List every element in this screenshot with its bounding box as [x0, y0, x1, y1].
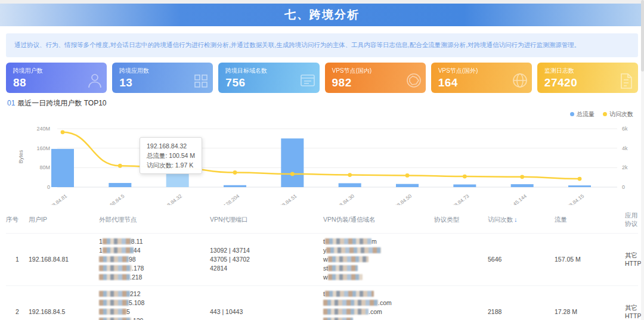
- col-header-8: 流量: [555, 216, 625, 224]
- page-title: 七、跨境分析: [284, 7, 360, 23]
- tooltip-visits: 访问次数: 1.97 K: [147, 160, 195, 170]
- col-header-6: 协议类型: [434, 216, 488, 224]
- line-point-192.168.45.144[interactable]: [520, 175, 524, 179]
- user-icon: [86, 72, 103, 89]
- svg-text:192.168.128.204: 192.168.128.204: [207, 192, 241, 204]
- bar-192.168.84.50[interactable]: [396, 184, 419, 187]
- bar-192.168.128.204[interactable]: [224, 185, 246, 187]
- page-scrollbar[interactable]: [641, 0, 644, 320]
- section-title: 01最近一日跨境用户数 TOP10: [7, 98, 637, 108]
- svg-text:192.168.84.50: 192.168.84.50: [383, 192, 413, 204]
- redacted-line: 5: [99, 307, 210, 316]
- cell-user-ip: 192.168.84.5: [29, 308, 99, 315]
- svg-text:192.168.84.30: 192.168.84.30: [326, 192, 355, 204]
- bar-192.168.45.144[interactable]: [511, 184, 534, 187]
- map-icon: [405, 72, 422, 89]
- col-header-5: VPN伪装/通信域名: [323, 216, 434, 224]
- page-header: 七、跨境分析: [0, 4, 644, 26]
- table-row: 1192.168.84.8118.1114498.178.21813092 | …: [6, 233, 638, 285]
- stat-card-5: VPS节点(国外) 164: [431, 63, 532, 93]
- table-header-row: 序号用户IP外部代理节点VPN代理端口VPN伪装/通信域名协议类型访问次数↓流量…: [6, 206, 638, 233]
- col-header-4: VPN代理端口: [210, 216, 323, 224]
- svg-text:Bytes: Bytes: [18, 150, 24, 163]
- redacted-line: 5.108: [99, 299, 210, 307]
- svg-text:80M: 80M: [39, 164, 50, 170]
- bar-192.168.84.15[interactable]: [568, 185, 591, 187]
- cell-visits: 2188: [488, 308, 555, 315]
- line-point-192.168.128.204[interactable]: [233, 170, 237, 175]
- redacted-line: y: [323, 246, 434, 255]
- cell-line: 443 | 10443: [210, 307, 323, 316]
- stat-card-1: 跨境用户数 88: [6, 63, 107, 93]
- stat-card-3: 跨境目标域名数 756: [218, 63, 319, 93]
- redacted-line: .com: [323, 299, 434, 307]
- redacted-line: 144: [99, 246, 210, 255]
- line-point-192.168.84.15[interactable]: [578, 176, 582, 181]
- globe-icon: [512, 72, 528, 89]
- redacted-line: 18.11: [99, 237, 210, 246]
- redacted-line: 98: [99, 255, 210, 264]
- table-body: 1192.168.84.8118.1114498.178.21813092 | …: [6, 233, 638, 320]
- redacted-line: .218: [99, 273, 210, 282]
- line-point-192.168.84.81[interactable]: [61, 130, 65, 134]
- cell-index: 2: [6, 308, 29, 315]
- svg-text:2k: 2k: [622, 164, 628, 170]
- redacted-line: st: [323, 264, 434, 273]
- svg-text:192.168.45.144: 192.168.45.144: [496, 192, 528, 204]
- bar-192.168.84.73[interactable]: [453, 184, 476, 187]
- col-header-2: 用户IP: [29, 216, 99, 224]
- cross-border-table: 序号用户IP外部代理节点VPN代理端口VPN伪装/通信域名协议类型访问次数↓流量…: [6, 206, 638, 320]
- bar-192.168.84.5[interactable]: [109, 183, 131, 187]
- top10-chart: 总流量访问次数 0080M2k160M4k240M6kBytes192.168.…: [6, 108, 638, 206]
- stat-cards-row: 跨境用户数 88 跨境应用数 13 跨境目标域名数 756 VPS节点(国内) …: [6, 63, 638, 93]
- bar-192.168.84.30[interactable]: [339, 183, 361, 187]
- stat-card-2: 跨境应用数 13: [112, 63, 213, 93]
- cell-vpn-domains: tmywstw: [323, 237, 434, 282]
- redacted-line: .129: [99, 316, 210, 320]
- section-label: 最近一日跨境用户数 TOP10: [17, 99, 106, 107]
- cell-line: 42814: [210, 264, 323, 273]
- svg-text:0: 0: [622, 184, 625, 190]
- cell-proxy-nodes: 2125.1085.129: [99, 290, 210, 320]
- svg-text:192.168.84.81: 192.168.84.81: [39, 192, 68, 204]
- section-index: 01: [7, 99, 15, 107]
- cell-proxy-nodes: 18.1114498.178.218: [99, 237, 210, 282]
- svg-text:192.168.84.51: 192.168.84.51: [269, 192, 298, 204]
- line-point-192.168.84.51[interactable]: [290, 172, 295, 176]
- scrollbar-thumb[interactable]: [641, 0, 644, 72]
- col-header-9: 应用协议: [625, 212, 638, 228]
- bar-192.168.84.51[interactable]: [281, 138, 304, 187]
- line-point-192.168.84.73[interactable]: [463, 174, 467, 178]
- col-header-7[interactable]: 访问次数↓: [488, 216, 555, 224]
- redacted-line: t: [323, 290, 434, 299]
- bar-192.168.84.81[interactable]: [51, 149, 74, 187]
- cell-line: 13092 | 43714: [210, 246, 323, 255]
- cell-user-ip: 192.168.84.81: [29, 256, 99, 263]
- description-text: 通过协议、行为、情报等多个维度,对会话日志中的跨境通信行为进行检测分析,并通过数…: [14, 41, 580, 48]
- svg-text:0: 0: [47, 184, 50, 190]
- svg-text:192.168.84.32: 192.168.84.32: [154, 192, 183, 204]
- cell-vpn-domains: t.com.com: [323, 290, 434, 320]
- domain-icon: [299, 72, 316, 89]
- description-box: 通过协议、行为、情报等多个维度,对会话日志中的跨境通信行为进行检测分析,并通过数…: [6, 33, 638, 57]
- cell-vpn-ports: 443 | 10443: [210, 307, 323, 316]
- svg-text:4k: 4k: [622, 145, 628, 151]
- cell-visits: 5646: [488, 256, 555, 263]
- svg-text:6k: 6k: [622, 126, 628, 132]
- cell-index: 1: [6, 256, 29, 263]
- col-header-3: 外部代理节点: [99, 216, 210, 224]
- line-point-192.168.84.5[interactable]: [118, 164, 122, 168]
- line-point-192.168.84.50[interactable]: [405, 173, 410, 178]
- line-point-192.168.84.30[interactable]: [348, 173, 352, 177]
- sort-desc-icon[interactable]: ↓: [514, 216, 518, 223]
- svg-text:192.168.84.5: 192.168.84.5: [98, 192, 125, 204]
- redacted-line: [323, 316, 434, 320]
- log-icon: [618, 72, 634, 89]
- tooltip-traffic: 总流量: 100.54 M: [147, 151, 195, 160]
- bar-line-chart-canvas[interactable]: 0080M2k160M4k240M6kBytes192.168.84.81192…: [6, 116, 638, 205]
- cell-vpn-ports: 13092 | 4371443705 | 4370242814: [210, 246, 323, 273]
- svg-text:240M: 240M: [36, 126, 50, 132]
- redacted-line: tm: [323, 237, 434, 246]
- redacted-line: w: [323, 273, 434, 282]
- redacted-line: .178: [99, 264, 210, 273]
